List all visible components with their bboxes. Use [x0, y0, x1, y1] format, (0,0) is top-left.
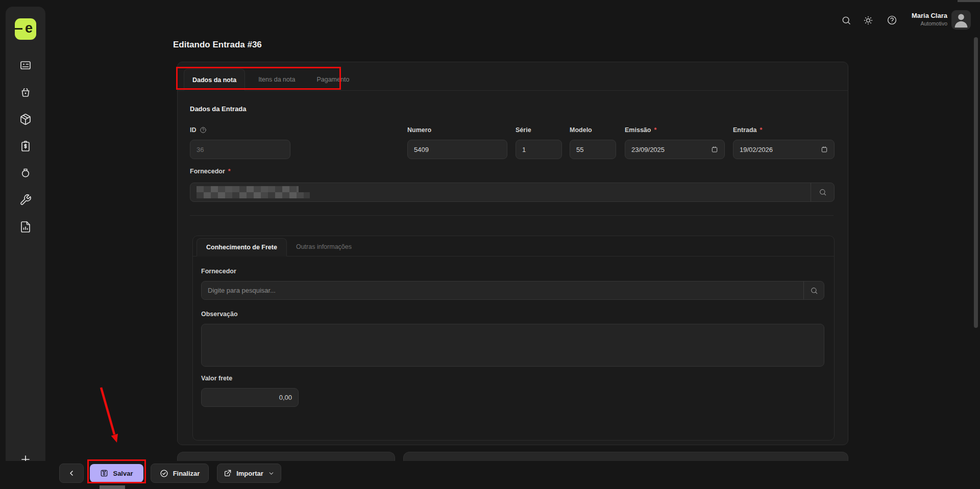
finalizar-button[interactable]: Finalizar	[151, 464, 209, 483]
numero-label: Numero	[407, 126, 431, 134]
package-icon	[19, 113, 32, 125]
tab-outras-informacoes[interactable]: Outras informações	[287, 238, 361, 256]
avatar[interactable]	[951, 10, 971, 30]
emissao-label: Emissão*	[625, 126, 656, 134]
serie-field[interactable]	[516, 140, 562, 159]
redacted-text	[197, 186, 305, 198]
annotation-arrow	[94, 383, 130, 447]
page-title: Editando Entrada #36	[173, 40, 262, 50]
scroll-fragment	[100, 485, 125, 489]
fornecedor-value-redacted	[190, 183, 811, 201]
sidebar-item-purchases[interactable]	[19, 86, 32, 98]
id-label: ID	[190, 126, 207, 134]
entrada-label: Entrada*	[733, 126, 762, 134]
money-bag-icon	[19, 167, 32, 179]
chevron-left-icon	[67, 469, 76, 477]
numero-field[interactable]	[407, 140, 507, 159]
freight-card: Conhecimento de Frete Outras informações…	[192, 236, 835, 441]
app-logo[interactable]: e	[15, 18, 36, 40]
vertical-scrollbar-thumb[interactable]	[974, 37, 978, 328]
id-help-icon[interactable]	[200, 126, 207, 134]
tab-itens-da-nota[interactable]: Itens da nota	[250, 68, 303, 90]
modelo-label: Modelo	[570, 126, 592, 134]
fornecedor-label: Fornecedor*	[190, 168, 231, 175]
serie-label: Série	[516, 126, 531, 134]
export-icon	[224, 469, 232, 477]
entrada-date-field[interactable]: 19/02/2026	[733, 140, 835, 159]
sidebar-item-reports[interactable]	[19, 221, 32, 233]
freight-fornecedor-input[interactable]	[202, 281, 803, 299]
importar-button[interactable]: Importar	[217, 464, 281, 483]
user-info: Maria Clara Automotivo	[868, 12, 947, 27]
partial-card-left	[177, 452, 395, 462]
fornecedor-search-button[interactable]	[811, 183, 834, 201]
observacao-textarea[interactable]	[201, 324, 824, 367]
person-icon	[951, 10, 971, 30]
wrench-icon	[19, 194, 32, 206]
importar-label: Importar	[236, 470, 263, 477]
back-button[interactable]	[59, 464, 84, 483]
tab-conhecimento-de-frete[interactable]: Conhecimento de Frete	[197, 238, 287, 256]
modelo-field[interactable]	[570, 140, 616, 159]
sidebar-item-finance[interactable]	[19, 167, 32, 179]
save-icon	[100, 469, 108, 477]
salvar-label: Salvar	[113, 470, 133, 477]
freight-fornecedor-search-button[interactable]	[803, 281, 824, 299]
entry-card: Dados da nota Itens da nota Pagamento Da…	[177, 62, 848, 445]
user-name: Maria Clara	[868, 12, 947, 19]
sidebar-item-contacts[interactable]	[19, 59, 32, 71]
salvar-button[interactable]: Salvar	[90, 464, 143, 482]
freight-fornecedor-label: Fornecedor	[201, 268, 236, 275]
clipboard-dollar-icon	[19, 140, 32, 152]
sidebar-item-services[interactable]	[19, 194, 32, 206]
app-root: e	[0, 0, 980, 489]
sidebar: e	[6, 7, 45, 483]
basket-icon	[19, 86, 32, 98]
chevron-down-icon	[268, 470, 275, 477]
valor-frete-label: Valor frete	[201, 375, 232, 382]
sidebar-item-products[interactable]	[19, 113, 32, 125]
emissao-date-field[interactable]: 23/09/2025	[625, 140, 725, 159]
search-button[interactable]	[841, 15, 851, 25]
section-title: Dados da Entrada	[190, 105, 247, 113]
action-bar: Salvar Finalizar Importar	[0, 461, 980, 489]
valor-frete-field[interactable]	[201, 388, 299, 407]
search-icon	[841, 15, 851, 25]
calendar-icon	[711, 146, 718, 153]
user-role: Automotivo	[868, 20, 947, 27]
divider	[190, 215, 834, 216]
logo-bar	[15, 28, 22, 30]
id-card-icon	[19, 59, 32, 71]
check-circle-icon	[160, 469, 168, 478]
search-icon	[810, 287, 818, 295]
search-icon	[819, 188, 827, 196]
partial-card-right	[403, 452, 848, 462]
observacao-label: Observação	[201, 311, 238, 318]
scrollbar-top-cap	[958, 0, 980, 2]
tab-pagamento[interactable]: Pagamento	[308, 68, 357, 90]
freight-tab-bar: Conhecimento de Frete Outras informações	[193, 236, 834, 256]
id-field	[190, 140, 290, 159]
freight-fornecedor-search-field	[201, 281, 824, 300]
sidebar-item-billing[interactable]	[19, 140, 32, 152]
tab-dados-da-nota[interactable]: Dados da nota	[184, 69, 245, 91]
main-tab-bar: Dados da nota Itens da nota Pagamento	[178, 62, 848, 91]
fornecedor-search-field[interactable]	[190, 183, 835, 202]
finalizar-label: Finalizar	[173, 470, 200, 477]
report-file-icon	[19, 221, 32, 233]
calendar-icon	[821, 146, 828, 153]
logo-letter: e	[25, 20, 33, 36]
